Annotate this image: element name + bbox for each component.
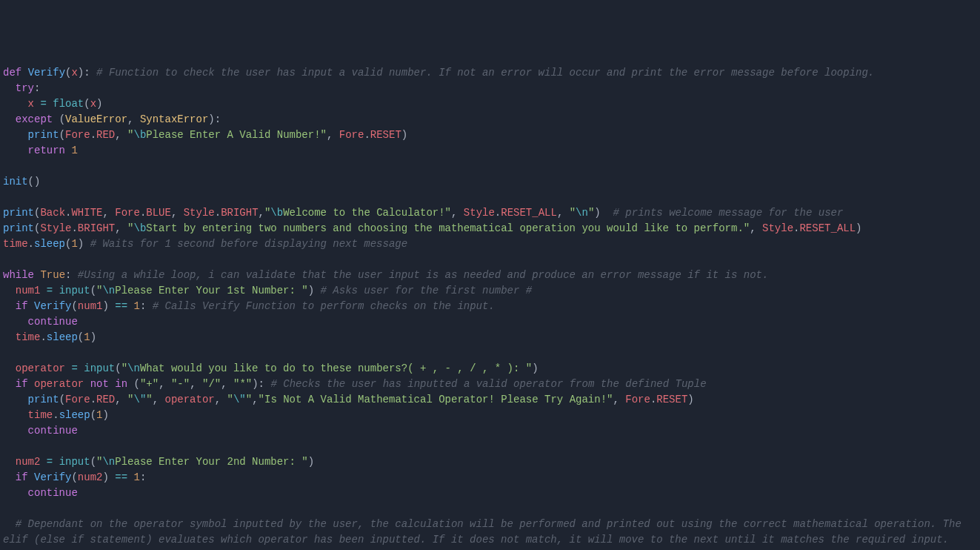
code-line: operator = input("\nWhat would you like … (3, 361, 977, 377)
code-line: elif (else if statement) evaluates which… (3, 532, 977, 548)
code-line (3, 501, 977, 517)
code-line: try: (3, 81, 977, 96)
code-line: except (ValueError, SyntaxError): (3, 112, 977, 127)
code-line: num2 = input("\nPlease Enter Your 2nd Nu… (3, 454, 977, 470)
code-line: # Dependant on the operator symbol input… (3, 517, 977, 532)
code-line: def Verify(x): # Function to check the u… (3, 65, 977, 81)
code-line: continue (3, 486, 977, 501)
code-line (3, 252, 977, 268)
code-line (3, 439, 977, 454)
code-line (3, 159, 977, 174)
code-line: time.sleep(1) (3, 330, 977, 345)
code-line: return 1 (3, 143, 977, 159)
code-line: continue (3, 314, 977, 330)
code-line: while True: #Using a while loop, i can v… (3, 268, 977, 283)
code-line: print(Style.BRIGHT, "\bStart by entering… (3, 221, 977, 236)
code-line: if Verify(num1) == 1: # Calls Verify Fun… (3, 299, 977, 314)
code-line (3, 190, 977, 205)
code-line: num1 = input("\nPlease Enter Your 1st Nu… (3, 283, 977, 299)
code-line: print(Fore.RED, "\"", operator, "\"","Is… (3, 392, 977, 408)
code-line: print(Back.WHITE, Fore.BLUE, Style.BRIGH… (3, 205, 977, 221)
code-line: x = float(x) (3, 96, 977, 112)
code-line: print(Fore.RED, "\bPlease Enter A Valid … (3, 127, 977, 143)
code-line: init() (3, 174, 977, 190)
code-editor[interactable]: def Verify(x): # Function to check the u… (3, 65, 977, 550)
code-line: if Verify(num2) == 1: (3, 470, 977, 486)
code-line: if operator not in ("+", "-", "/", "*"):… (3, 377, 977, 392)
code-line: continue (3, 423, 977, 439)
code-line: time.sleep(1) (3, 408, 977, 423)
code-line (3, 345, 977, 361)
code-line: time.sleep(1) # Waits for 1 second befor… (3, 236, 977, 252)
